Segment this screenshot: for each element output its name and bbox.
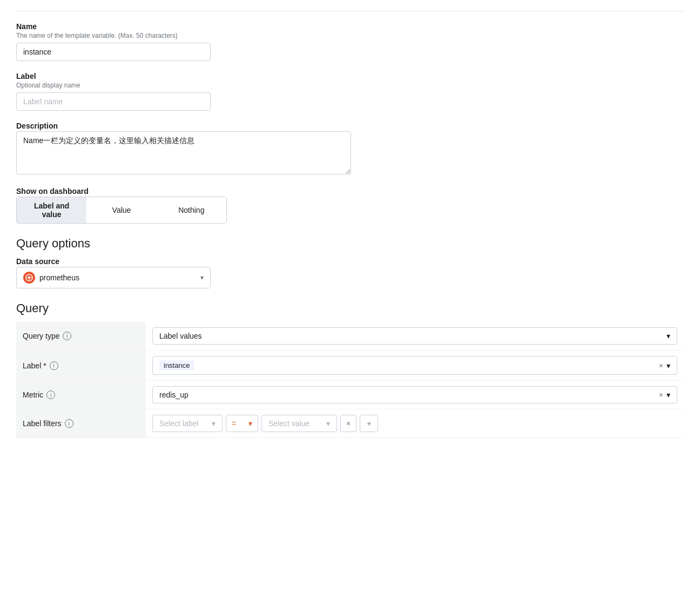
metric-clear-button[interactable]: × — [658, 391, 664, 399]
filter-eq-value: = — [232, 419, 236, 428]
query-type-chevron-icon: ▾ — [667, 332, 670, 340]
svg-rect-2 — [29, 275, 29, 277]
description-label: Description — [16, 122, 684, 130]
query-type-cell-value: Label values ▾ — [146, 322, 684, 351]
query-type-cell-label: Query type i — [16, 322, 146, 351]
data-source-select[interactable]: prometheus ▾ — [16, 267, 211, 288]
label-filters-cell-value: Select label ▾ = ▾ Select value ▾ × — [146, 409, 684, 438]
metric-label: Metric — [23, 391, 43, 399]
data-source-value: prometheus — [39, 273, 79, 282]
metric-chevron-icon: ▾ — [667, 391, 670, 399]
filter-label-select[interactable]: Select label ▾ — [152, 415, 223, 432]
label-select[interactable]: instance × ▾ — [152, 356, 677, 375]
filter-eq-select[interactable]: = ▾ — [226, 415, 258, 432]
name-section: Name The name of the template variable. … — [16, 22, 684, 61]
data-source-chevron-icon: ▾ — [200, 274, 204, 281]
query-table: Query type i Label values ▾ Label * i — [16, 322, 684, 438]
label-row: Label * i instance × ▾ — [16, 351, 684, 381]
filter-add-icon: + — [367, 419, 371, 428]
data-source-section: Data source prometheus ▾ — [16, 257, 684, 288]
show-on-dashboard-label: Show on dashboard — [16, 187, 684, 196]
metric-row: Metric i redis_up × ▾ — [16, 381, 684, 409]
name-input[interactable] — [16, 43, 211, 61]
show-on-dashboard-group: Label and value Value Nothing — [16, 197, 227, 224]
svg-rect-4 — [26, 277, 28, 278]
svg-rect-3 — [29, 279, 29, 280]
filter-eq-chevron-icon: ▾ — [248, 419, 252, 428]
filter-add-button[interactable]: + — [360, 415, 378, 432]
label-filters-cell-label: Label filters i — [16, 409, 146, 438]
svg-rect-5 — [30, 277, 32, 278]
metric-cell-value: redis_up × ▾ — [146, 381, 684, 409]
label-chip-value: instance — [164, 361, 190, 369]
metric-value: redis_up — [159, 391, 189, 399]
filter-value-placeholder: Select value — [268, 419, 309, 428]
show-on-dashboard-section: Show on dashboard Label and value Value … — [16, 187, 684, 224]
query-options-heading: Query options — [16, 237, 684, 251]
filter-value-select[interactable]: Select value ▾ — [261, 415, 337, 432]
label-filters-controls: Select label ▾ = ▾ Select value ▾ × — [152, 415, 677, 432]
description-section: Description Name一栏为定义的变量名，这里输入相关描述信息 — [16, 122, 684, 176]
label-sublabel: Optional display name — [16, 82, 684, 89]
filter-remove-icon: × — [346, 419, 351, 428]
label-clear-button[interactable]: × — [658, 362, 664, 369]
query-type-info-icon[interactable]: i — [63, 332, 71, 340]
filter-label-placeholder: Select label — [159, 419, 198, 428]
name-label: Name — [16, 22, 684, 31]
query-type-value: Label values — [159, 332, 202, 340]
label-cell-label: Label * i — [16, 351, 146, 381]
show-option-value[interactable]: Value — [86, 197, 156, 223]
prometheus-icon — [23, 272, 35, 284]
show-option-label-and-value[interactable]: Label and value — [17, 197, 86, 223]
label-cell-value: instance × ▾ — [146, 351, 684, 381]
filter-value-chevron-icon: ▾ — [326, 419, 330, 428]
metric-cell-label: Metric i — [16, 381, 146, 409]
metric-info-icon[interactable]: i — [46, 391, 55, 399]
description-input[interactable]: Name一栏为定义的变量名，这里输入相关描述信息 — [16, 131, 351, 174]
name-sublabel: The name of the template variable. (Max.… — [16, 32, 684, 39]
label-row-label: Label * — [23, 361, 46, 370]
show-option-nothing[interactable]: Nothing — [157, 197, 226, 223]
data-source-label: Data source — [16, 257, 684, 266]
query-type-label: Query type — [23, 332, 59, 340]
label-info-icon[interactable]: i — [50, 361, 58, 370]
query-type-row: Query type i Label values ▾ — [16, 322, 684, 351]
label-chip: instance — [159, 360, 194, 371]
label-filters-label: Label filters — [23, 419, 62, 428]
svg-point-1 — [28, 277, 30, 279]
label-filters-row: Label filters i Select label ▾ = ▾ Selec… — [16, 409, 684, 438]
label-section: Label Optional display name — [16, 72, 684, 111]
filter-label-chevron-icon: ▾ — [212, 419, 216, 428]
label-chevron-icon: ▾ — [667, 361, 670, 370]
filter-remove-button[interactable]: × — [340, 415, 356, 432]
query-type-select[interactable]: Label values ▾ — [152, 327, 677, 345]
label-input[interactable] — [16, 92, 211, 111]
metric-select[interactable]: redis_up × ▾ — [152, 386, 677, 403]
data-source-left: prometheus — [23, 272, 79, 284]
label-label: Label — [16, 72, 684, 80]
label-filters-info-icon[interactable]: i — [65, 419, 73, 428]
query-heading: Query — [16, 301, 684, 315]
